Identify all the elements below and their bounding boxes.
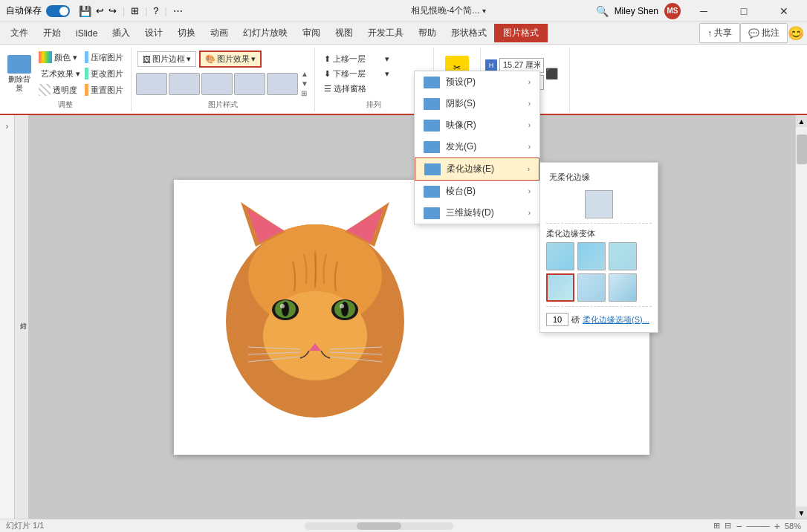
up-layer-button[interactable]: ⬆ 上移一层 ▾ xyxy=(320,52,394,66)
scroll-down-button[interactable]: ▼ xyxy=(796,507,808,519)
menu-picture-format[interactable]: 图片格式 xyxy=(494,24,548,42)
minimize-button[interactable]: ─ xyxy=(687,0,721,22)
styles-content: ▲ ▼ ⊞ xyxy=(136,69,310,98)
reflection-menu-item[interactable]: 映像(R) › xyxy=(415,114,539,136)
picture-frame-button[interactable]: 🖼 图片边框 ▾ xyxy=(137,51,196,67)
autosave-toggle[interactable] xyxy=(46,5,70,17)
effect-thumb-5[interactable] xyxy=(577,273,606,302)
menu-switch[interactable]: 切换 xyxy=(170,24,203,42)
menu-design[interactable]: 设计 xyxy=(137,24,170,42)
size-expand-button[interactable]: ⬛ xyxy=(545,68,558,80)
frame-arrow: ▾ xyxy=(187,54,191,64)
slide-info: 幻灯片 1/1 xyxy=(6,520,44,531)
menu-review[interactable]: 审阅 xyxy=(295,24,328,42)
view-icon[interactable]: ⊞ xyxy=(131,5,139,16)
preset-menu-item[interactable]: 预设(P) › xyxy=(415,71,539,93)
save-icon[interactable]: 💾 xyxy=(79,5,91,17)
title-bar: 自动保存 💾 ↩ ↪ | ⊞ | ? | ⋯ 相见恨晚-4个简... ▾ 🔍 M… xyxy=(0,0,807,22)
redo-icon[interactable]: ↪ xyxy=(108,5,117,16)
bevel-label: 棱台(B) xyxy=(446,185,476,198)
edge-size-input[interactable] xyxy=(546,313,568,326)
no-effect-thumb[interactable] xyxy=(585,190,613,218)
menu-home[interactable]: 开始 xyxy=(36,24,68,42)
color-button[interactable]: 颜色 ▾ xyxy=(36,50,80,65)
close-button[interactable]: ✕ xyxy=(767,0,801,22)
style-thumb-5[interactable] xyxy=(267,73,298,95)
transparent-button[interactable]: 透明度 xyxy=(36,82,80,97)
canvas-area[interactable] xyxy=(28,115,795,519)
zoom-controls: ⊞ ⊟ − ──── + 58% xyxy=(713,520,801,532)
reflection-icon xyxy=(424,120,440,132)
panel-toggle[interactable]: › xyxy=(6,121,9,132)
menu-help[interactable]: 帮助 xyxy=(411,24,444,42)
autosave-label: 自动保存 xyxy=(6,4,42,17)
compress-button[interactable]: 压缩图片 xyxy=(82,50,126,65)
emoji-button[interactable]: 😊 xyxy=(788,25,804,42)
separator: | xyxy=(123,6,125,16)
undo-icon[interactable]: ↩ xyxy=(96,5,104,16)
effect-thumb-2[interactable] xyxy=(577,242,606,270)
3d-rotation-menu-item[interactable]: 三维旋转(D) › xyxy=(415,202,539,224)
menu-slideshow[interactable]: 幻灯片放映 xyxy=(236,24,295,42)
view-normal-icon[interactable]: ⊞ xyxy=(713,521,720,531)
zoom-slider[interactable]: ──── xyxy=(747,522,770,531)
dropdown-arrow-title[interactable]: ▾ xyxy=(482,7,486,15)
soft-edges-menu-item[interactable]: 柔化边缘(E) › xyxy=(415,158,539,181)
menu-islide[interactable]: iSlide xyxy=(68,25,105,42)
bevel-menu-item[interactable]: 棱台(B) › xyxy=(415,181,539,202)
view-fit-icon[interactable]: ⊟ xyxy=(725,521,731,531)
menu-view[interactable]: 视图 xyxy=(328,24,360,42)
more-icon[interactable]: ⋯ xyxy=(173,5,183,16)
picture-effect-button[interactable]: 🎨 图片效果 ▾ xyxy=(199,51,262,68)
reset-button[interactable]: 重置图片 xyxy=(82,82,126,97)
share-button[interactable]: ↑ 共享 xyxy=(699,23,740,43)
scroll-up-button[interactable]: ▲ xyxy=(796,115,808,127)
comment-button[interactable]: 💬 批注 xyxy=(740,23,788,43)
style-thumb-1[interactable] xyxy=(136,73,167,95)
compress-icon xyxy=(85,51,88,63)
scroll-down[interactable]: ▼ xyxy=(299,79,310,88)
bevel-arrow: › xyxy=(528,187,531,195)
shadow-menu-item[interactable]: 阴影(S) › xyxy=(415,93,539,114)
style-thumb-4[interactable] xyxy=(234,73,265,95)
menu-devtools[interactable]: 开发工具 xyxy=(360,24,411,42)
effect-thumb-1[interactable] xyxy=(546,242,574,270)
user-avatar: MS xyxy=(664,3,681,19)
remove-bg-icon xyxy=(7,55,31,74)
scroll-up[interactable]: ▲ xyxy=(299,69,310,79)
glow-menu-item[interactable]: 发光(G) › xyxy=(415,136,539,158)
no-soft-edge-option[interactable]: 无柔化边缘 xyxy=(546,169,652,186)
menu-shape-format[interactable]: 形状格式 xyxy=(444,24,494,42)
effect-thumb-3[interactable] xyxy=(609,242,637,270)
menu-file[interactable]: 文件 xyxy=(3,24,36,42)
menu-animation[interactable]: 动画 xyxy=(203,24,236,42)
art-effects-button[interactable]: 艺术效果 ▾ xyxy=(36,66,80,81)
effect-thumb-4[interactable] xyxy=(546,273,574,302)
up-arrow: ▾ xyxy=(385,54,389,64)
svg-point-13 xyxy=(341,302,349,317)
change-icon xyxy=(85,68,88,80)
remove-background-button[interactable]: 删除背景 xyxy=(4,53,34,94)
help-icon[interactable]: ? xyxy=(153,5,158,16)
style-thumb-2[interactable] xyxy=(169,73,200,95)
down-layer-button[interactable]: ⬇ 下移一层 ▾ xyxy=(320,67,394,81)
style-thumb-3[interactable] xyxy=(201,73,233,95)
zoom-out-button[interactable]: − xyxy=(736,520,742,532)
horizontal-scrollbar[interactable] xyxy=(305,522,453,530)
scroll-more[interactable]: ⊞ xyxy=(299,88,310,98)
search-icon[interactable]: 🔍 xyxy=(596,5,609,17)
effect-thumb-6[interactable] xyxy=(609,273,637,302)
unit-label: 磅 xyxy=(571,314,580,325)
change-button[interactable]: 更改图片 xyxy=(82,66,126,81)
select-pane-button[interactable]: ☰ 选择窗格 xyxy=(320,82,394,96)
scroll-track[interactable] xyxy=(796,127,808,507)
3d-rotation-label: 三维旋转(D) xyxy=(446,207,494,219)
no-effect-thumb-row xyxy=(546,190,652,218)
submenu-divider-2 xyxy=(546,306,652,307)
zoom-in-button[interactable]: + xyxy=(774,520,780,532)
maximize-button[interactable]: □ xyxy=(727,0,761,22)
section-title: 柔化边缘变体 xyxy=(546,228,652,239)
picture-style-controls: 🖼 图片边框 ▾ 🎨 图片效果 ▾ xyxy=(136,49,310,68)
soft-edge-options-link[interactable]: 柔化边缘选项(S)... xyxy=(583,314,649,325)
menu-insert[interactable]: 插入 xyxy=(105,24,137,42)
